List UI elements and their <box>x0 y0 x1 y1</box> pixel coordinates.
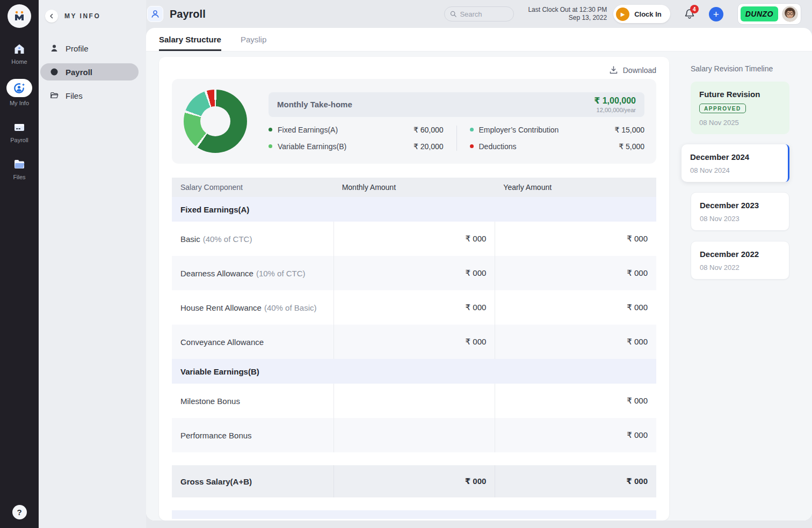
sidebar-item-label: Payroll <box>66 68 92 77</box>
salary-donut-chart <box>184 90 247 153</box>
download-icon <box>609 65 618 75</box>
app-window: Home My Info Payroll Files <box>0 0 812 528</box>
timeline-title: Salary Revision Timeline <box>691 64 789 73</box>
timeline-card-december-2022[interactable]: December 2022 08 Nov 2022 <box>691 241 789 280</box>
rail-item-label: Payroll <box>10 137 28 143</box>
page-title: Payroll <box>170 8 206 20</box>
sidebar-item-payroll[interactable]: Payroll <box>40 63 139 80</box>
payroll-module-icon <box>147 6 163 22</box>
clock-in-button[interactable]: ▶ Clock In <box>613 5 670 23</box>
legend-dot <box>470 128 474 131</box>
tab-salary-structure[interactable]: Salary Structure <box>159 28 221 51</box>
notification-badge: 4 <box>690 5 699 13</box>
legend-item: Variable Earnings(B) ₹ 20,000 <box>269 142 444 151</box>
gross-salary-row: Gross Salary(A+B) ₹ 000 ₹ 000 <box>172 465 656 497</box>
approved-badge: APPROVED <box>699 104 746 113</box>
help-button[interactable]: ? <box>12 505 27 519</box>
timeline-card-december-2024[interactable]: December 2024 08 Nov 2024 <box>682 144 789 182</box>
app-logo[interactable] <box>8 4 31 28</box>
legend-dot <box>269 128 272 131</box>
my-info-icon <box>13 82 26 94</box>
sidebar-title: MY INFO <box>64 12 100 20</box>
last-clock-out: Last Clock Out at 12:30 PM Sep 13, 2022 <box>528 6 607 22</box>
timeline-card-future-revision[interactable]: Future Revision APPROVED 08 Nov 2025 <box>691 82 789 134</box>
table-row: Dearness Allowance(10% of CTC) ₹ 000 ₹ 0… <box>172 256 656 290</box>
rail-item-my-info[interactable]: My Info <box>6 79 32 106</box>
legend-dot <box>470 144 474 148</box>
take-home-value: ₹ 1,00,000 <box>594 96 636 106</box>
table-header: Salary Component Monthly Amount Yearly A… <box>172 178 656 197</box>
salary-components-table: Salary Component Monthly Amount Yearly A… <box>172 178 656 519</box>
table-row: Performance Bonus ₹ 000 <box>172 418 656 452</box>
home-icon <box>12 42 26 56</box>
my-info-sidebar: MY INFO Profile Payroll Files <box>39 0 146 528</box>
take-home-per-year: 12,00,000/year <box>594 107 636 113</box>
download-button[interactable]: Download <box>609 65 656 75</box>
rail-item-label: Files <box>13 174 25 180</box>
files-icon <box>12 157 26 171</box>
my-info-active-pill <box>6 79 32 97</box>
sidebar-item-label: Files <box>66 91 83 100</box>
rail-item-home[interactable]: Home <box>11 42 27 65</box>
salary-revision-timeline: Salary Revision Timeline Future Revision… <box>691 57 789 520</box>
salary-summary: Monthly Take-home ₹ 1,00,000 12,00,000/y… <box>172 79 656 164</box>
sidebar-item-profile[interactable]: Profile <box>40 40 139 57</box>
section-variable-earnings: Variable Earnings(B) <box>172 359 656 384</box>
table-row: Milestone Bonus ₹ 000 <box>172 384 656 418</box>
add-button[interactable]: + <box>709 7 723 21</box>
donut-legend: Fixed Earnings(A) ₹ 60,000 Variable Earn… <box>269 126 644 151</box>
legend-item: Fixed Earnings(A) ₹ 60,000 <box>269 126 444 134</box>
company-logo: DUNZO <box>741 6 778 21</box>
rail-item-label: My Info <box>10 100 29 106</box>
m-logo-icon <box>12 9 26 23</box>
salary-structure-content: Download Monthly Take-home ₹ 1,00,000 12… <box>146 52 812 520</box>
notifications-button[interactable]: 4 <box>684 8 695 20</box>
payroll-icon <box>12 120 26 134</box>
rail-item-label: Home <box>11 58 27 65</box>
section-fixed-earnings: Fixed Earnings(A) <box>172 197 656 222</box>
user-avatar[interactable] <box>782 6 798 22</box>
top-bar: Payroll Last Clock Out at 12:30 PM Sep 1… <box>146 0 812 28</box>
rail-item-payroll[interactable]: Payroll <box>10 120 28 143</box>
profile-icon <box>49 44 59 53</box>
legend-item: Employer’s Contribution ₹ 15,000 <box>470 126 645 134</box>
table-row: Conveyance Allowance ₹ 000 ₹ 000 <box>172 325 656 359</box>
legend-item: Deductions ₹ 5,000 <box>470 142 645 151</box>
play-icon: ▶ <box>616 8 629 21</box>
search-icon <box>450 10 456 18</box>
company-switcher[interactable]: DUNZO <box>737 3 801 25</box>
sidebar-item-files[interactable]: Files <box>40 87 139 104</box>
search-input[interactable] <box>460 10 508 18</box>
legend-dot <box>269 144 272 148</box>
tab-bar: Salary Structure Payslip <box>146 28 812 52</box>
table-row: House Rent Allowance(40% of Basic) ₹ 000… <box>172 290 656 325</box>
rail-item-files[interactable]: Files <box>12 157 26 180</box>
table-row: Basic(40% of CTC) ₹ 000 ₹ 000 <box>172 222 656 256</box>
tab-payslip[interactable]: Payslip <box>241 28 266 51</box>
icon-rail: Home My Info Payroll Files <box>0 0 39 528</box>
monthly-take-home: Monthly Take-home ₹ 1,00,000 12,00,000/y… <box>269 92 644 117</box>
payroll-dot-icon <box>49 68 59 76</box>
search-box[interactable] <box>444 6 514 21</box>
sidebar-header: MY INFO <box>39 6 146 26</box>
folder-icon <box>49 91 59 100</box>
sidebar-item-label: Profile <box>66 44 89 53</box>
back-button[interactable] <box>45 10 58 23</box>
next-section-stub <box>172 510 656 519</box>
timeline-card-december-2023[interactable]: December 2023 08 Nov 2023 <box>691 192 789 231</box>
salary-structure-panel: Download Monthly Take-home ₹ 1,00,000 12… <box>159 57 669 520</box>
payroll-card: Salary Structure Payslip Download <box>146 28 812 520</box>
